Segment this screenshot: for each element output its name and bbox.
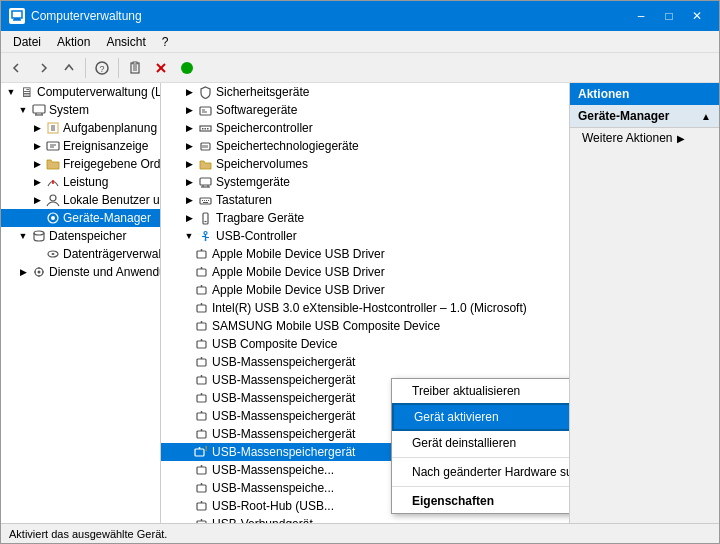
delete-button[interactable] bbox=[149, 56, 173, 80]
up-button[interactable] bbox=[57, 56, 81, 80]
device-tragbar[interactable]: ▶ Tragbare Geräte bbox=[161, 209, 569, 227]
minimize-button[interactable]: – bbox=[627, 4, 655, 28]
more-actions-arrow-icon: ▶ bbox=[677, 133, 685, 144]
device-speichervolumes[interactable]: ▶ Speichervolumes bbox=[161, 155, 569, 173]
tree-aufgaben[interactable]: ▶ Aufgabenplanung bbox=[1, 119, 160, 137]
more-actions-item[interactable]: Weitere Aktionen ▶ bbox=[570, 128, 719, 148]
svg-rect-78 bbox=[197, 359, 206, 366]
context-treiber[interactable]: Treiber aktualisieren bbox=[392, 379, 569, 403]
usb-device-icon bbox=[193, 390, 209, 406]
context-menu: Treiber aktualisieren Gerät aktivieren G… bbox=[391, 378, 569, 514]
usb-device-icon bbox=[193, 426, 209, 442]
samsung-label: SAMSUNG Mobile USB Composite Device bbox=[212, 319, 440, 333]
device-speichertech[interactable]: ▶ Speichertechnologiegeräte bbox=[161, 137, 569, 155]
aufgaben-toggle: ▶ bbox=[29, 120, 45, 136]
close-button[interactable]: ✕ bbox=[683, 4, 711, 28]
expand-icon: ▶ bbox=[181, 192, 197, 208]
device-usb-controller[interactable]: ▼ USB-Controller bbox=[161, 227, 569, 245]
svg-rect-88 bbox=[195, 449, 204, 456]
expand-icon: ▶ bbox=[181, 120, 197, 136]
tree-dienste[interactable]: ▶ Dienste und Anwendungen bbox=[1, 263, 160, 281]
status-bar: Aktiviert das ausgewählte Gerät. bbox=[1, 523, 719, 543]
device-sicherheit[interactable]: ▶ Sicherheitsgeräte bbox=[161, 83, 569, 101]
usb-composite-label: USB Composite Device bbox=[212, 337, 337, 351]
tree-leistung[interactable]: ▶ Leistung bbox=[1, 173, 160, 191]
ereignis-toggle: ▶ bbox=[29, 138, 45, 154]
device-intel[interactable]: Intel(R) USB 3.0 eXtensible-Hostcontroll… bbox=[161, 299, 569, 317]
mass4-label: USB-Massenspeichergerät bbox=[212, 409, 355, 423]
apple3-label: Apple Mobile Device USB Driver bbox=[212, 283, 385, 297]
root-toggle: ▼ bbox=[3, 84, 19, 100]
usb-device-icon bbox=[193, 498, 209, 514]
systemgeraete-icon bbox=[197, 174, 213, 190]
software-icon bbox=[197, 102, 213, 118]
context-deinstallieren[interactable]: Gerät deinstallieren bbox=[392, 431, 569, 455]
expand-icon: ▶ bbox=[181, 210, 197, 226]
tree-ereignis[interactable]: ▶ Ereignisanzeige bbox=[1, 137, 160, 155]
context-aktivieren[interactable]: Gerät aktivieren bbox=[392, 403, 569, 431]
tree-datentraeger[interactable]: Datenträgerverwaltung bbox=[1, 245, 160, 263]
tree-datenspeicher[interactable]: ▼ Datenspeicher bbox=[1, 227, 160, 245]
device-verb1[interactable]: USB-Verbundgerät bbox=[161, 515, 569, 523]
device-apple3[interactable]: Apple Mobile Device USB Driver bbox=[161, 281, 569, 299]
context-eigenschaften[interactable]: Eigenschaften bbox=[392, 489, 569, 513]
mass5-label: USB-Massenspeichergerät bbox=[212, 427, 355, 441]
tree-lokale[interactable]: ▶ Lokale Benutzer und Gr... bbox=[1, 191, 160, 209]
status-text: Aktiviert das ausgewählte Gerät. bbox=[9, 528, 167, 540]
usb-warn-icon: ! bbox=[193, 444, 209, 460]
svg-text:?: ? bbox=[99, 64, 104, 74]
more-actions-label: Weitere Aktionen bbox=[582, 131, 673, 145]
usb-device-icon bbox=[193, 408, 209, 424]
usb-device-icon bbox=[193, 516, 209, 523]
context-suchen[interactable]: Nach geänderter Hardware suchen bbox=[392, 460, 569, 484]
device-tastaturen[interactable]: ▶ Tastaturen bbox=[161, 191, 569, 209]
system-icon bbox=[31, 102, 47, 118]
svg-rect-6 bbox=[133, 62, 137, 64]
help-button[interactable]: ? bbox=[90, 56, 114, 80]
device-samsung[interactable]: SAMSUNG Mobile USB Composite Device bbox=[161, 317, 569, 335]
green-button[interactable] bbox=[175, 56, 199, 80]
leistung-label: Leistung bbox=[63, 175, 108, 189]
aufgaben-label: Aufgabenplanung bbox=[63, 121, 157, 135]
leistung-toggle: ▶ bbox=[29, 174, 45, 190]
dienste-toggle: ▶ bbox=[15, 264, 31, 280]
device-systemgeraete[interactable]: ▶ Systemgeräte bbox=[161, 173, 569, 191]
svg-rect-40 bbox=[202, 128, 204, 130]
freigabe-label: Freigegebene Ordner bbox=[63, 157, 161, 171]
clipboard-button[interactable] bbox=[123, 56, 147, 80]
aufgaben-icon bbox=[45, 120, 61, 136]
svg-rect-64 bbox=[207, 237, 209, 238]
svg-point-59 bbox=[204, 231, 207, 234]
tree-freigabe[interactable]: ▶ Freigegebene Ordner bbox=[1, 155, 160, 173]
menu-help[interactable]: ? bbox=[154, 33, 177, 51]
system-label: System bbox=[49, 103, 89, 117]
actions-section-label: Geräte-Manager bbox=[578, 109, 669, 123]
svg-rect-74 bbox=[197, 323, 206, 330]
context-separator bbox=[392, 457, 569, 458]
device-usb-composite[interactable]: USB Composite Device bbox=[161, 335, 569, 353]
back-button[interactable] bbox=[5, 56, 29, 80]
volumes-icon bbox=[197, 156, 213, 172]
usb-icon bbox=[197, 228, 213, 244]
leistung-icon bbox=[45, 174, 61, 190]
menu-ansicht[interactable]: Ansicht bbox=[98, 33, 153, 51]
section-arrow-icon: ▲ bbox=[701, 111, 711, 122]
menu-aktion[interactable]: Aktion bbox=[49, 33, 98, 51]
forward-button[interactable] bbox=[31, 56, 55, 80]
device-apple2[interactable]: Apple Mobile Device USB Driver bbox=[161, 263, 569, 281]
menu-datei[interactable]: Datei bbox=[5, 33, 49, 51]
lokale-icon bbox=[45, 192, 61, 208]
device-mass1[interactable]: USB-Massenspeichergerät bbox=[161, 353, 569, 371]
device-list: ▶ Sicherheitsgeräte ▶ Softwaregeräte bbox=[161, 83, 569, 523]
svg-rect-42 bbox=[207, 128, 209, 130]
svg-rect-86 bbox=[197, 431, 206, 438]
sicherheit-label: Sicherheitsgeräte bbox=[216, 85, 309, 99]
tree-geraete[interactable]: Geräte-Manager bbox=[1, 209, 160, 227]
tree-system[interactable]: ▼ System bbox=[1, 101, 160, 119]
device-software[interactable]: ▶ Softwaregeräte bbox=[161, 101, 569, 119]
tastatur-icon bbox=[197, 192, 213, 208]
maximize-button[interactable]: □ bbox=[655, 4, 683, 28]
device-apple1[interactable]: Apple Mobile Device USB Driver bbox=[161, 245, 569, 263]
tree-root[interactable]: ▼ 🖥 Computerverwaltung (Lokal) bbox=[1, 83, 160, 101]
device-speicher[interactable]: ▶ Speichercontroller bbox=[161, 119, 569, 137]
